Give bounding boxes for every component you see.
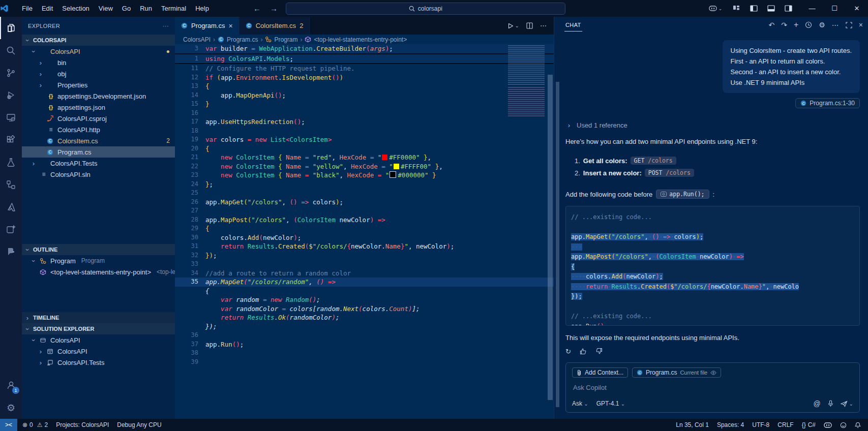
undo-icon[interactable]: ↶ xyxy=(768,21,774,29)
editor-more-icon[interactable]: ⋯ xyxy=(540,22,547,29)
menu-item-go[interactable]: Go xyxy=(117,5,135,12)
send-button[interactable]: ⌄ xyxy=(841,401,853,407)
command-center-search[interactable]: colorsapi xyxy=(286,3,565,15)
remote-indicator[interactable]: >< xyxy=(0,419,17,431)
indentation[interactable]: Spaces: 4 xyxy=(717,421,744,428)
problems-indicator[interactable]: ⊗0 ⚠2 xyxy=(22,421,48,428)
maximize-button[interactable]: ☐ xyxy=(823,0,846,17)
customize-layout-icon[interactable] xyxy=(729,2,744,15)
reference-chip[interactable]: C Program.cs:1-30 xyxy=(795,98,860,108)
language-mode[interactable]: {}C# xyxy=(802,421,816,428)
chat-scrollbar[interactable] xyxy=(556,82,559,407)
breadcrumb-segment[interactable]: Program.cs xyxy=(227,36,258,43)
teams-icon[interactable] xyxy=(0,240,22,263)
chat-code-block[interactable]: // ...existing code...app.MapGet("/color… xyxy=(565,206,860,326)
add-context-button[interactable]: Add Context... xyxy=(572,367,628,378)
chat-input-box[interactable]: Add Context... C Program.cs Current file… xyxy=(565,362,860,413)
tree-item[interactable]: ›ColorsAPI● xyxy=(22,46,175,57)
tree-item[interactable]: ColorsAPI.csproj xyxy=(22,113,175,124)
tree-item[interactable]: {}appsettings.Development.json xyxy=(22,90,175,102)
mode-dropdown[interactable]: Ask ⌄ xyxy=(572,400,588,407)
extensions-icon[interactable] xyxy=(0,129,22,151)
tree-item[interactable]: ›obj xyxy=(22,68,175,79)
notifications-bell-icon[interactable] xyxy=(855,422,861,428)
minimize-button[interactable]: — xyxy=(801,0,823,17)
code-editor[interactable]: 3var builder = WebApplication.CreateBuil… xyxy=(175,44,554,419)
chat-maximize-icon[interactable] xyxy=(846,22,852,28)
toggle-secondary-sidebar-icon[interactable] xyxy=(781,2,796,15)
outline-item[interactable]: ›ProgramProgram xyxy=(22,255,175,266)
breadcrumb-segment[interactable]: ColorsAPI xyxy=(183,36,211,43)
editor-scrollbar[interactable] xyxy=(547,44,554,419)
model-dropdown[interactable]: GPT-4.1 ⌄ xyxy=(596,400,625,407)
breadcrumb-segment[interactable]: Program xyxy=(274,36,297,43)
mic-icon[interactable] xyxy=(828,400,833,407)
toggle-panel-icon[interactable] xyxy=(763,2,779,15)
settings-gear-icon[interactable]: ⚙ xyxy=(0,396,22,419)
menu-item-edit[interactable]: Edit xyxy=(37,5,57,12)
history-icon[interactable] xyxy=(805,21,812,28)
back-arrow-icon[interactable]: ← xyxy=(253,4,261,13)
chat-input-placeholder[interactable]: Ask Copilot xyxy=(573,384,852,391)
object-explorer-icon[interactable] xyxy=(0,173,22,196)
solution-item[interactable]: ›ColorsAPI xyxy=(22,346,175,357)
tree-item[interactable]: ›ColorsAPI.Tests xyxy=(22,158,175,169)
breadcrumb[interactable]: ColorsAPI›CProgram.cs›Program›<top-level… xyxy=(175,35,554,44)
search-icon[interactable] xyxy=(0,39,22,61)
encoding[interactable]: UTF-8 xyxy=(752,421,769,428)
section-colorsapi[interactable]: ›COLORSAPI xyxy=(22,35,175,46)
tree-item[interactable]: CProgram.cs xyxy=(22,146,175,158)
azure-icon[interactable] xyxy=(0,196,22,218)
split-editor-icon[interactable] xyxy=(526,22,533,29)
source-control-icon[interactable] xyxy=(0,61,22,84)
chat-tab[interactable]: CHAT xyxy=(564,18,582,32)
thumbs-down-icon[interactable] xyxy=(595,348,603,355)
chat-close-icon[interactable]: × xyxy=(859,21,863,29)
chat-settings-gear-icon[interactable]: ⚙ xyxy=(819,21,825,29)
menu-item-help[interactable]: Help xyxy=(191,5,214,12)
minimap[interactable] xyxy=(508,44,545,419)
copilot-status-icon[interactable] xyxy=(824,422,832,428)
menu-item-view[interactable]: View xyxy=(94,5,117,12)
forward-arrow-icon[interactable]: → xyxy=(270,4,278,13)
section-timeline[interactable]: ›TIMELINE xyxy=(22,312,175,323)
tree-item[interactable]: {}appsettings.json xyxy=(22,102,175,113)
app-run-chip[interactable]: app.Run(); xyxy=(656,190,709,199)
solution-item[interactable]: ›ColorsAPI.Tests xyxy=(22,357,175,368)
solution-item[interactable]: ›ColorsAPI xyxy=(22,334,175,346)
section-outline[interactable]: ›OUTLINE xyxy=(22,244,175,255)
account-icon[interactable]: 1 xyxy=(0,374,22,396)
build-config-indicator[interactable]: Debug Any CPU xyxy=(117,421,161,428)
current-file-chip[interactable]: C Program.cs Current file xyxy=(632,367,721,378)
section-solution-explorer[interactable]: ›SOLUTION EXPLORER xyxy=(22,323,175,334)
copilot-menu-icon[interactable]: ⌄ xyxy=(704,2,727,15)
tab-program-cs[interactable]: CProgram.cs× xyxy=(175,17,240,35)
outline-item[interactable]: <top-level-statements-entry-point><top-l… xyxy=(22,266,175,278)
tab-colorsitem-cs[interactable]: CColorsItem.cs2 xyxy=(240,17,310,35)
copilot-edits-icon[interactable] xyxy=(0,218,22,240)
explorer-more-icon[interactable]: ··· xyxy=(163,23,169,29)
testing-icon[interactable] xyxy=(0,151,22,173)
used-references-toggle[interactable]: ›Used 1 reference xyxy=(565,121,860,129)
thumbs-up-icon[interactable] xyxy=(580,348,587,355)
eol-sequence[interactable]: CRLF xyxy=(777,421,793,428)
remote-explorer-icon[interactable] xyxy=(0,106,22,129)
toggle-primary-sidebar-icon[interactable] xyxy=(746,2,761,15)
cursor-position[interactable]: Ln 35, Col 1 xyxy=(676,421,709,428)
chat-more-icon[interactable]: ⋯ xyxy=(832,21,839,29)
tree-item[interactable]: ›bin xyxy=(22,57,175,68)
close-button[interactable]: ✕ xyxy=(846,0,868,17)
redo-icon[interactable]: ↷ xyxy=(781,21,787,29)
mention-icon[interactable]: @ xyxy=(813,399,820,408)
menu-item-selection[interactable]: Selection xyxy=(57,5,94,12)
tree-item[interactable]: CColorsItem.cs2 xyxy=(22,135,175,146)
run-and-debug-icon[interactable] xyxy=(0,84,22,106)
retry-icon[interactable]: ↻ xyxy=(565,348,571,355)
menu-item-file[interactable]: File xyxy=(17,5,37,12)
new-chat-icon[interactable]: + xyxy=(794,20,798,29)
tree-item[interactable]: ≡ColorsAPI.sln xyxy=(22,169,175,180)
feedback-icon[interactable] xyxy=(840,422,847,428)
explorer-icon[interactable] xyxy=(0,17,22,39)
breadcrumb-segment[interactable]: <top-level-statements-entry-point> xyxy=(314,36,407,43)
run-button[interactable]: ⌄ xyxy=(507,23,519,29)
